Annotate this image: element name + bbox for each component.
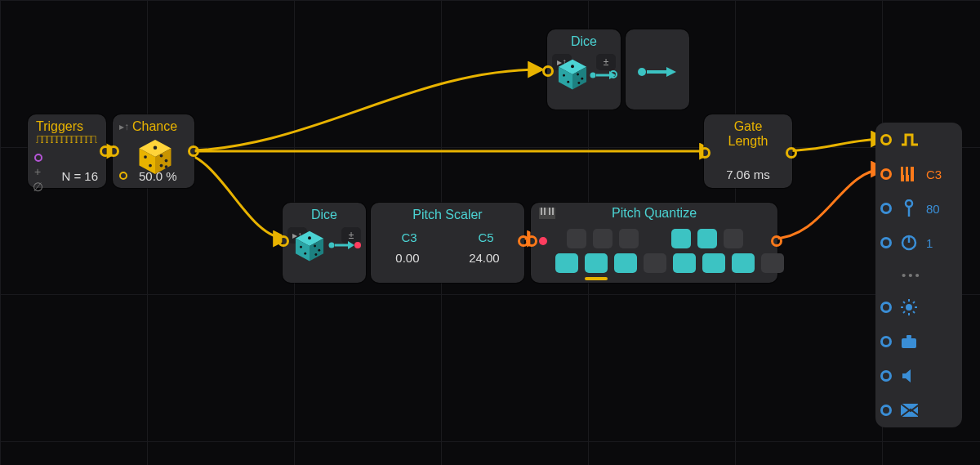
quantize-lower-key[interactable] xyxy=(644,253,666,273)
output-port-fx1[interactable] xyxy=(880,302,892,313)
gate-length-output-port[interactable] xyxy=(786,147,797,159)
output-port-velocity[interactable] xyxy=(880,203,892,214)
chance-output-port[interactable] xyxy=(188,145,199,157)
triggers-port-aux[interactable] xyxy=(34,154,42,162)
output-pitch-label: C3 xyxy=(926,168,947,181)
svg-rect-35 xyxy=(549,208,550,215)
dice-top-title: Dice xyxy=(547,29,621,51)
envelope-icon xyxy=(900,401,918,419)
svg-rect-34 xyxy=(544,208,546,215)
output-row-channel[interactable]: 1 xyxy=(880,234,956,252)
sort-toggle-icon[interactable]: ▸↑ xyxy=(119,121,129,132)
svg-line-55 xyxy=(903,311,905,313)
gate-length-value[interactable]: 7.06 ms xyxy=(704,168,792,181)
svg-rect-41 xyxy=(903,167,906,175)
quantize-lower-key[interactable] xyxy=(585,253,608,273)
plus-icon[interactable]: + xyxy=(34,165,41,178)
svg-point-8 xyxy=(160,164,163,168)
quantize-lower-key[interactable] xyxy=(761,253,784,273)
pitch-scaler-title: Pitch Scaler xyxy=(371,203,524,224)
svg-point-19 xyxy=(590,73,596,78)
dice-icon xyxy=(555,57,590,92)
svg-line-52 xyxy=(903,302,905,303)
output-port-fx3[interactable] xyxy=(880,370,892,382)
quantize-upper-key[interactable] xyxy=(724,229,743,248)
output-row-fx2[interactable] xyxy=(880,333,956,351)
output-row-pitch[interactable]: C3 xyxy=(880,165,956,183)
svg-point-20 xyxy=(638,68,646,76)
dial-icon xyxy=(900,234,918,252)
dice-top-node[interactable]: Dice ▸↑ ± xyxy=(547,29,621,110)
svg-point-47 xyxy=(906,304,912,311)
gate-length-input-port[interactable] xyxy=(699,147,710,159)
pitch-scaler-max-note[interactable]: C5 xyxy=(478,230,493,244)
triggers-N-value[interactable]: N = 16 xyxy=(61,169,98,183)
pitch-quantize-input-port[interactable] xyxy=(526,235,537,247)
quantize-lower-key[interactable] xyxy=(732,253,755,273)
svg-rect-57 xyxy=(906,335,911,338)
output-row-velocity[interactable]: 80 xyxy=(880,199,956,217)
gate-length-title: Gate Length xyxy=(704,114,792,150)
svg-point-6 xyxy=(160,154,163,158)
svg-point-26 xyxy=(304,253,306,255)
output-port-trigger[interactable] xyxy=(880,134,892,145)
output-row-trigger[interactable] xyxy=(880,131,956,149)
output-velocity-label: 80 xyxy=(926,202,947,216)
quantize-upper-key[interactable] xyxy=(567,229,586,248)
chance-node[interactable]: ▸↑ Chance 50.0 % xyxy=(113,114,194,188)
chance-value[interactable]: 50.0 % xyxy=(139,169,177,183)
output-port-fx4[interactable] xyxy=(880,405,892,416)
sun-icon xyxy=(900,298,918,316)
svg-point-7 xyxy=(165,159,168,163)
speaker-icon xyxy=(900,367,918,385)
output-row-fx4[interactable] xyxy=(880,401,956,419)
pitch-quantize-output-port[interactable] xyxy=(771,235,782,247)
triggers-waveform: ⎍⎍⎍⎍⎍⎍⎍⎍⎍⎍⎍⎍ xyxy=(36,136,98,145)
ellipsis-icon[interactable]: ••• xyxy=(902,268,956,282)
svg-point-14 xyxy=(563,74,565,77)
pitch-scaler-min-note[interactable]: C3 xyxy=(401,230,416,244)
quantize-upper-key[interactable] xyxy=(593,229,612,248)
svg-rect-36 xyxy=(552,208,554,215)
null-icon[interactable]: ∅ xyxy=(33,180,43,194)
quantize-lower-key[interactable] xyxy=(673,253,696,273)
chance-title: Chance xyxy=(132,119,177,134)
svg-point-9 xyxy=(165,165,168,168)
output-port-fx2[interactable] xyxy=(880,336,892,347)
pin-icon xyxy=(900,199,918,217)
svg-rect-33 xyxy=(541,208,542,215)
dice-top-input-port[interactable] xyxy=(542,65,554,77)
pitch-scaler-node[interactable]: Pitch Scaler C3 C5 0.00 24.00 xyxy=(371,203,524,283)
pitch-quantize-node[interactable]: Pitch Quantize xyxy=(531,203,777,283)
pitch-scaler-min-val[interactable]: 0.00 xyxy=(395,251,419,265)
quantize-lower-key[interactable] xyxy=(614,253,637,273)
svg-rect-40 xyxy=(911,167,914,181)
output-row-fx1[interactable] xyxy=(880,298,956,316)
pulse-icon xyxy=(900,131,918,149)
quantize-lower-key[interactable] xyxy=(702,253,725,273)
briefcase-icon xyxy=(900,333,918,351)
chance-mod-port[interactable] xyxy=(119,172,127,180)
svg-point-4 xyxy=(144,155,147,159)
dice-bottom-node[interactable]: Dice ▸↑ ± xyxy=(283,203,366,283)
quantize-upper-key[interactable] xyxy=(671,229,691,248)
gate-length-node[interactable]: Gate Length 7.06 ms xyxy=(704,114,792,188)
svg-point-31 xyxy=(354,242,361,248)
svg-point-13 xyxy=(571,65,574,68)
chance-input-port[interactable] xyxy=(108,145,119,157)
active-key-indicator xyxy=(585,277,608,280)
node-graph-canvas[interactable]: Triggers ⎍⎍⎍⎍⎍⎍⎍⎍⎍⎍⎍⎍ + ∅ N = 16 ▸↑ Chan… xyxy=(0,0,980,465)
pitch-scaler-max-val[interactable]: 24.00 xyxy=(469,251,500,265)
output-port-pitch[interactable] xyxy=(880,168,892,180)
input-dot-icon xyxy=(539,237,547,245)
dice-top-aux-port[interactable] xyxy=(609,70,617,78)
output-panel[interactable]: C3 80 1 ••• xyxy=(875,123,962,427)
dice-top-aux-node[interactable] xyxy=(626,29,689,110)
dice-bottom-input-port[interactable] xyxy=(278,235,289,247)
triggers-node[interactable]: Triggers ⎍⎍⎍⎍⎍⎍⎍⎍⎍⎍⎍⎍ + ∅ N = 16 xyxy=(28,114,106,188)
output-row-fx3[interactable] xyxy=(880,367,956,385)
quantize-lower-key[interactable] xyxy=(555,253,578,273)
output-port-channel[interactable] xyxy=(880,237,892,248)
quantize-upper-key[interactable] xyxy=(697,229,717,248)
quantize-upper-key[interactable] xyxy=(619,229,639,248)
